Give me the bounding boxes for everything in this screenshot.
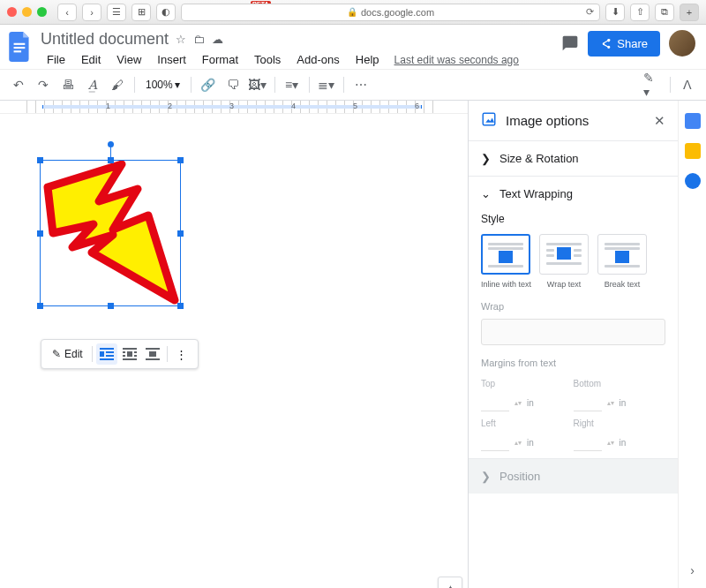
menu-format[interactable]: Format — [196, 50, 244, 69]
last-edit-text[interactable]: Last edit was seconds ago — [394, 54, 519, 66]
close-window-icon[interactable] — [7, 7, 17, 17]
size-rotation-label: Size & Rotation — [499, 152, 579, 165]
resize-handle-tl[interactable] — [37, 157, 43, 163]
menu-file[interactable]: File — [41, 50, 71, 69]
margin-bottom-input[interactable] — [574, 394, 602, 411]
svg-rect-8 — [100, 358, 114, 360]
paint-format-button[interactable]: 🖌 — [108, 74, 127, 95]
wrap-dropdown[interactable] — [481, 319, 665, 345]
wrap-label-heading: Wrap — [481, 301, 665, 312]
resize-handle-r[interactable] — [177, 230, 184, 237]
resize-handle-l[interactable] — [37, 230, 43, 237]
menu-edit[interactable]: Edit — [75, 50, 107, 69]
resize-handle-t[interactable] — [108, 157, 114, 163]
size-rotation-section[interactable]: ❯ Size & Rotation — [469, 140, 678, 176]
image-button[interactable]: 🖼▾ — [248, 74, 267, 95]
line-spacing-button[interactable]: ≣▾ — [317, 74, 336, 95]
more-button[interactable]: ⋯ — [351, 74, 371, 95]
calendar-icon[interactable] — [685, 113, 701, 129]
text-wrapping-toggle[interactable]: ⌄ Text Wrapping — [481, 187, 665, 200]
show-side-panel-button[interactable]: › — [690, 563, 695, 577]
zoom-dropdown[interactable]: 100% ▾ — [142, 77, 184, 93]
margin-top-input[interactable] — [481, 394, 509, 411]
margin-left-input[interactable] — [481, 433, 509, 451]
position-section[interactable]: ❯ Position — [469, 458, 678, 494]
inline-wrap-button[interactable] — [96, 343, 117, 365]
horizontal-ruler[interactable]: 1 2 3 4 5 6 — [0, 101, 468, 114]
rotate-handle[interactable] — [108, 141, 114, 147]
break-text-button[interactable] — [142, 343, 163, 365]
menu-view[interactable]: View — [110, 50, 147, 69]
document-title[interactable]: Untitled document — [41, 30, 169, 49]
undo-button[interactable]: ↶ — [9, 74, 28, 95]
fullscreen-window-icon[interactable] — [37, 7, 47, 17]
menu-help[interactable]: Help — [349, 50, 386, 69]
pencil-icon: ✎ — [52, 348, 61, 360]
new-tab-button[interactable]: + — [680, 4, 699, 21]
page[interactable]: ✎ Edit ⋮ ✦ — [0, 114, 468, 588]
share-button[interactable]: Share — [588, 31, 660, 57]
cloud-status-icon[interactable]: ☁ — [212, 33, 223, 46]
wrap-text-button[interactable] — [119, 343, 140, 365]
image-options-panel: Image options ✕ ❯ Size & Rotation ⌄ Text… — [468, 101, 678, 588]
lightning-bolt-image — [41, 161, 182, 307]
editing-mode-button[interactable]: ✎ ▾ — [643, 74, 663, 95]
resize-handle-b[interactable] — [108, 303, 114, 309]
svg-rect-12 — [134, 351, 137, 353]
panel-title: Image options — [506, 113, 645, 128]
menu-insert[interactable]: Insert — [151, 50, 192, 69]
collapse-toolbar-button[interactable]: ᐱ — [678, 74, 697, 95]
text-wrapping-body: Style Inline with text — [469, 200, 678, 458]
back-button[interactable]: ‹ — [57, 4, 77, 21]
minimize-window-icon[interactable] — [22, 7, 32, 17]
menu-tools[interactable]: Tools — [248, 50, 287, 69]
move-icon[interactable]: 🗀 — [193, 33, 205, 46]
close-panel-button[interactable]: ✕ — [654, 113, 665, 129]
resize-handle-bl[interactable] — [37, 303, 43, 309]
forward-button[interactable]: › — [82, 4, 101, 21]
more-options-button[interactable]: ⋮ — [171, 343, 192, 365]
tasks-icon[interactable] — [685, 173, 701, 189]
style-wrap-card[interactable]: Wrap text — [539, 234, 589, 289]
position-label: Position — [499, 470, 540, 483]
tabs-button[interactable]: ⧉ — [655, 4, 674, 21]
comments-icon[interactable] — [561, 34, 579, 52]
text-wrapping-section: ⌄ Text Wrapping — [469, 176, 678, 200]
svg-rect-19 — [483, 113, 495, 125]
spellcheck-button[interactable]: A̲ — [83, 74, 102, 95]
account-avatar[interactable] — [669, 30, 695, 57]
selected-image[interactable] — [40, 160, 181, 306]
star-icon[interactable]: ☆ — [176, 33, 186, 46]
comment-button[interactable]: 🗨 — [223, 74, 243, 95]
privacy-report-button[interactable]: ◐ — [156, 4, 176, 21]
resize-handle-tr[interactable] — [177, 157, 184, 163]
style-inline-card[interactable]: Inline with text — [481, 234, 530, 289]
svg-rect-4 — [100, 348, 114, 350]
keep-icon[interactable] — [685, 143, 701, 159]
resize-handle-br[interactable] — [177, 303, 184, 309]
link-button[interactable]: 🔗 — [199, 74, 218, 95]
safari-tab-button[interactable]: ⊞ — [131, 4, 151, 21]
address-bar[interactable]: 🔒 docs.google.com ⟳ — [181, 4, 600, 21]
docs-logo-icon[interactable] — [7, 30, 34, 64]
svg-marker-3 — [48, 164, 175, 300]
explore-button[interactable]: ✦ — [438, 577, 462, 588]
downloads-button[interactable]: ⬇ — [605, 4, 625, 21]
browser-toolbar: ‹ › ☰ ⊞ BETA ◐ 🔒 docs.google.com ⟳ ⬇ ⇧ ⧉… — [0, 0, 706, 25]
margins-label: Margins from text — [481, 358, 665, 368]
print-button[interactable]: 🖶 — [58, 74, 78, 95]
share-button[interactable]: ⇧ — [630, 4, 650, 21]
sidebar-button[interactable]: ☰ — [107, 4, 126, 21]
align-button[interactable]: ≡▾ — [282, 74, 302, 95]
edit-image-button[interactable]: ✎ Edit — [47, 344, 88, 364]
redo-button[interactable]: ↷ — [34, 74, 53, 95]
main-area: 1 2 3 4 5 6 — [0, 101, 706, 588]
margin-right-input[interactable] — [574, 433, 602, 451]
style-break-card[interactable]: Break text — [597, 234, 647, 289]
svg-rect-11 — [123, 351, 125, 353]
svg-rect-0 — [14, 43, 26, 45]
svg-rect-15 — [123, 358, 137, 360]
wrap-label: Wrap text — [539, 280, 589, 289]
menu-addons[interactable]: Add-ons — [290, 50, 345, 69]
document-canvas[interactable]: 1 2 3 4 5 6 — [0, 101, 468, 588]
